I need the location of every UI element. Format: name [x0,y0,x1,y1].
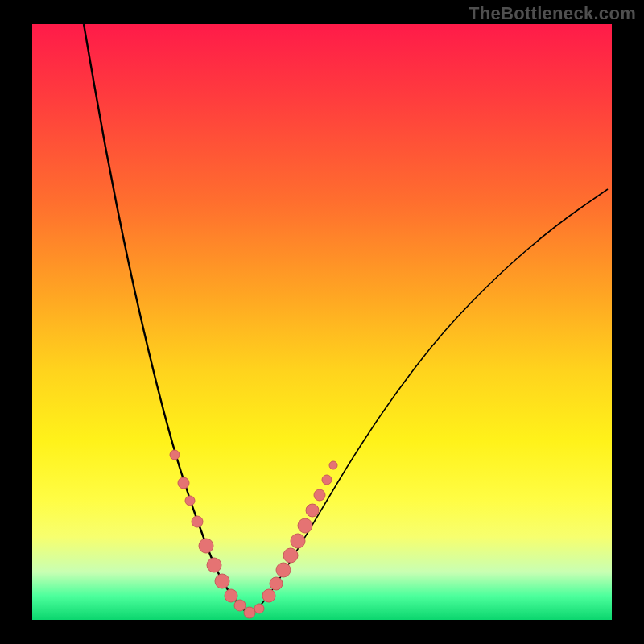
chart-svg [32,24,612,620]
data-marker [291,534,305,548]
data-marker [322,475,332,485]
data-marker [178,477,189,489]
data-marker [314,489,325,501]
data-marker [262,589,275,602]
data-marker [192,516,203,527]
chart-frame: TheBottleneck.com [0,0,644,644]
data-marker [170,450,180,460]
data-marker [225,589,237,602]
data-markers [170,450,337,618]
data-marker [185,496,195,506]
data-marker [207,558,221,572]
data-marker [283,548,298,563]
data-marker [329,461,337,469]
data-marker [306,504,319,517]
data-marker [244,607,255,618]
right-curve [250,189,608,613]
data-marker [270,577,283,590]
data-marker [276,563,291,577]
watermark-text: TheBottleneck.com [469,3,636,24]
data-marker [298,518,312,533]
left-curve [84,24,250,613]
data-marker [199,539,213,553]
data-marker [234,600,246,611]
data-marker [254,604,264,613]
data-marker [215,574,229,588]
